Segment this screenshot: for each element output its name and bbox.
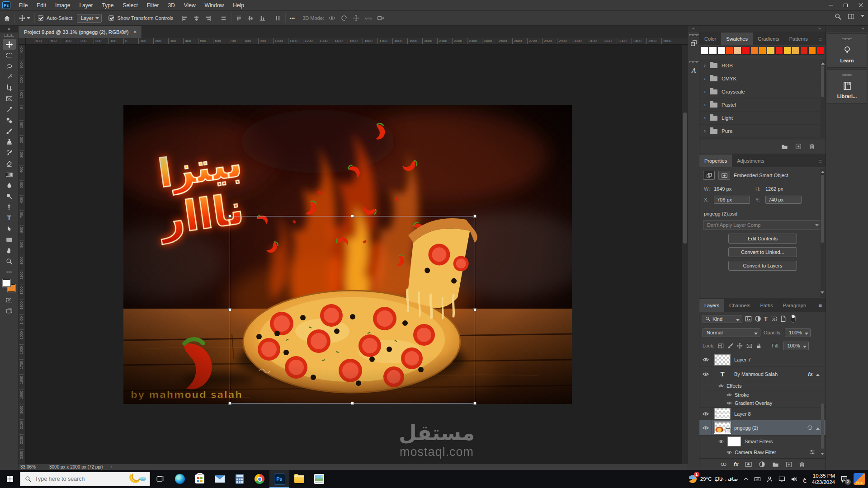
layer-row-layer8[interactable]: Layer 8: [699, 408, 826, 420]
edit-toolbar-icon[interactable]: [3, 267, 16, 277]
document-tab[interactable]: Project 9.psd @ 33.1% (pngegg (2), RGB/8…: [19, 26, 142, 38]
swatch-folder[interactable]: ›RGB: [699, 59, 826, 72]
panel-menu-icon[interactable]: ≡: [814, 300, 826, 312]
color-swatch[interactable]: [709, 47, 717, 55]
layer-name[interactable]: pngegg (2): [734, 425, 758, 431]
tool-eraser[interactable]: [3, 158, 16, 169]
fx-icon[interactable]: fx: [808, 371, 813, 377]
transform-bounding-box[interactable]: [230, 216, 475, 404]
task-view-icon[interactable]: [150, 470, 170, 488]
filter-name[interactable]: Camera Raw Filter: [735, 450, 776, 455]
align-center-icon[interactable]: [192, 14, 201, 23]
pre-app-icon[interactable]: PRE: [854, 473, 865, 485]
mask-badge-icon[interactable]: [718, 171, 730, 180]
mail-icon[interactable]: [210, 470, 230, 488]
tab-swatches[interactable]: Swatches: [721, 33, 753, 45]
folder-chevron-icon[interactable]: ›: [704, 89, 706, 95]
filter-pixel-layers-icon[interactable]: [745, 315, 752, 322]
zoom-level[interactable]: 33.06%: [20, 465, 41, 469]
color-swatch[interactable]: [734, 47, 741, 55]
layers-scrollbar[interactable]: [821, 354, 825, 457]
color-swatch[interactable]: [701, 47, 708, 55]
workspace-chevron-icon[interactable]: [861, 15, 864, 19]
visibility-eye-icon[interactable]: [717, 439, 725, 444]
menu-item[interactable]: View: [179, 0, 200, 11]
transform-handle-bottom-left[interactable]: [228, 402, 231, 405]
tool-type[interactable]: T: [3, 212, 16, 223]
add-mask-icon[interactable]: [745, 461, 752, 468]
filter-mask-thumbnail[interactable]: [727, 436, 741, 446]
color-swatch[interactable]: [750, 47, 758, 55]
layer-thumbnail[interactable]: [714, 354, 731, 366]
tab-patterns[interactable]: Patterns: [784, 33, 813, 45]
tool-path-selection[interactable]: [3, 223, 16, 234]
transform-handle-bottom-right[interactable]: [473, 402, 476, 405]
taskbar-search[interactable]: [20, 472, 150, 486]
folder-chevron-icon[interactable]: ›: [704, 102, 706, 108]
tab-paragraph[interactable]: Paragraph: [778, 299, 811, 312]
color-swatch[interactable]: [742, 47, 750, 55]
character-panel-icon[interactable]: A: [688, 59, 699, 86]
distribute-horizontal-icon[interactable]: [219, 14, 228, 23]
close-button[interactable]: [853, 0, 868, 11]
x-position-field[interactable]: [714, 196, 750, 204]
tool-history-brush[interactable]: [3, 147, 16, 158]
tab-color[interactable]: Color: [699, 33, 721, 45]
color-swatch[interactable]: [717, 47, 725, 55]
tray-display-icon[interactable]: [778, 476, 785, 483]
color-swatch[interactable]: [759, 47, 766, 55]
3d-camera-icon[interactable]: [376, 14, 385, 23]
tool-rectangle[interactable]: [3, 234, 16, 245]
menu-item[interactable]: Window: [200, 0, 229, 11]
opacity-dropdown[interactable]: 100%: [785, 328, 810, 337]
swatch-folder[interactable]: ›CMYK: [699, 72, 826, 85]
quick-mask-icon[interactable]: [3, 295, 16, 305]
tab-paths[interactable]: Paths: [755, 299, 778, 312]
filter-type-layers-icon[interactable]: T: [764, 315, 768, 322]
canvas-pasteboard[interactable]: بيتزا نااار by mahmoud salah: [26, 45, 688, 464]
3d-slide-icon[interactable]: [364, 14, 373, 23]
layer-row-pngegg-selected[interactable]: pngegg (2): [699, 420, 826, 436]
toolbar-expand-icon[interactable]: »: [0, 26, 18, 33]
swatch-folder[interactable]: ›Pure: [699, 125, 826, 138]
tray-keyboard-icon[interactable]: [754, 476, 761, 483]
chrome-icon[interactable]: [250, 470, 269, 488]
foreground-color-chip[interactable]: [3, 279, 10, 287]
panel-dock-header[interactable]: »: [699, 26, 826, 32]
color-swatch[interactable]: [783, 47, 791, 55]
3d-orbit-icon[interactable]: [327, 14, 336, 23]
visibility-eye-icon[interactable]: [726, 450, 733, 455]
layer-name[interactable]: Layer 7: [734, 357, 751, 362]
toolbar-grip[interactable]: [4, 34, 14, 37]
folder-chevron-icon[interactable]: ›: [704, 115, 706, 121]
layer-comp-dropdown[interactable]: Don't Apply Layer Comp: [703, 220, 822, 230]
edit-contents-button[interactable]: Edit Contents: [728, 234, 797, 244]
transform-handle-top-right[interactable]: [473, 215, 476, 218]
link-layers-icon[interactable]: [720, 461, 727, 468]
align-middle-icon[interactable]: [246, 14, 255, 23]
photoshop-taskbar-icon[interactable]: Ps: [269, 470, 289, 488]
properties-scrollbar[interactable]: [821, 169, 825, 297]
delete-layer-icon[interactable]: [799, 461, 805, 468]
panel-menu-icon[interactable]: ≡: [814, 33, 826, 45]
blend-mode-dropdown[interactable]: Normal: [703, 328, 760, 337]
edge-icon[interactable]: [170, 470, 190, 488]
menu-item[interactable]: Select: [118, 0, 142, 11]
tool-healing-brush[interactable]: [3, 115, 16, 126]
color-swatch[interactable]: [808, 47, 816, 55]
smart-object-badge-icon[interactable]: [703, 171, 715, 180]
transform-handle-top-center[interactable]: [351, 215, 354, 218]
lock-pixels-icon[interactable]: [727, 343, 733, 349]
effect-row-stroke[interactable]: Stroke: [699, 390, 826, 399]
photoshop-app-icon[interactable]: Ps: [2, 1, 10, 9]
new-adjustment-layer-icon[interactable]: [759, 461, 765, 468]
transform-handle-top-left[interactable]: [228, 215, 231, 218]
menu-item[interactable]: Layer: [75, 0, 97, 11]
tab-channels[interactable]: Channels: [724, 299, 755, 312]
calculator-icon[interactable]: [230, 470, 250, 488]
filter-options-icon[interactable]: [809, 449, 815, 455]
tool-lasso[interactable]: [3, 61, 16, 71]
history-panel-icon[interactable]: [688, 32, 699, 59]
home-icon[interactable]: [3, 14, 11, 23]
align-bottom-icon[interactable]: [258, 14, 267, 23]
